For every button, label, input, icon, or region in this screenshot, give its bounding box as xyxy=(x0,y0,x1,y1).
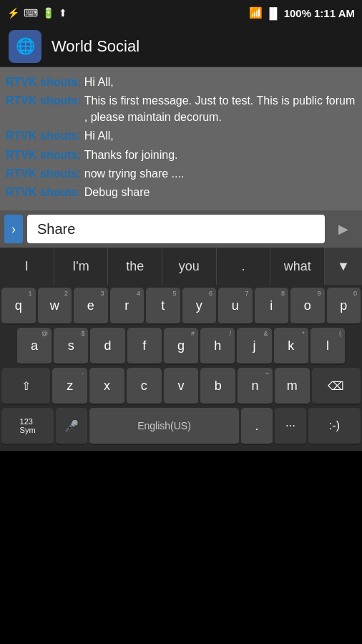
key-mic[interactable]: 🎤 xyxy=(56,408,87,445)
key-g[interactable]: #g xyxy=(164,328,198,365)
keyboard-row-3: ⇧-zxcvb~nm⌫ xyxy=(1,368,361,405)
share-placeholder: Share xyxy=(37,221,75,238)
chat-text: now trying share .... xyxy=(84,166,356,182)
suggestion-word[interactable]: what xyxy=(270,248,325,285)
key-y[interactable]: 6y xyxy=(182,288,217,325)
key-l[interactable]: (l xyxy=(310,328,345,365)
input-row: › Share ▶ xyxy=(0,210,362,248)
chat-message: RTVK shouts:This is first message. Just … xyxy=(0,92,362,127)
key-x[interactable]: x xyxy=(89,368,124,405)
keyboard-collapse-button[interactable]: ▼ xyxy=(325,248,362,285)
key-p[interactable]: 0p xyxy=(327,288,361,325)
app-icon: 🌐 xyxy=(9,30,41,63)
key-w[interactable]: 2w xyxy=(38,288,72,325)
app-title: World Social xyxy=(52,37,140,56)
keyboard-icon: ⌨ xyxy=(24,7,38,19)
keyboard-row-2: @a$sdf#g/h&j*k(l xyxy=(1,328,361,365)
keyboard-row-1: 1q2w3e4r5t6y7u8i9o0p xyxy=(1,288,361,325)
suggestion-word[interactable]: . xyxy=(217,248,271,285)
chat-message: RTVK shouts:Debug share xyxy=(0,183,362,202)
key-k[interactable]: *k xyxy=(274,328,308,365)
key-v[interactable]: v xyxy=(164,368,199,405)
key-h[interactable]: /h xyxy=(200,328,235,365)
status-bar: ⚡ ⌨ 🔋 ⬆ 📶 ▐▌ 100% 1:11 AM xyxy=(0,0,362,26)
key-b[interactable]: b xyxy=(200,368,235,405)
status-right: 📶 ▐▌ 100% 1:11 AM xyxy=(249,6,355,19)
keyboard-row-4: 123 Sym🎤English(US).⋯:-) xyxy=(1,408,361,445)
status-icons: ⚡ ⌨ 🔋 ⬆ xyxy=(7,7,67,19)
chat-text: Debug share xyxy=(84,185,356,200)
send-icon: ▶ xyxy=(338,221,348,237)
chat-text: This is first message. Just to test. Thi… xyxy=(84,93,356,125)
title-bar: 🌐 World Social xyxy=(0,26,362,67)
chat-sender: RTVK shouts: xyxy=(6,128,82,144)
key-x[interactable]: ⇧ xyxy=(1,368,50,405)
key-m[interactable]: m xyxy=(275,368,310,405)
chat-sender: RTVK shouts: xyxy=(6,166,82,182)
suggestion-word[interactable]: the xyxy=(108,248,162,285)
time: 1:11 AM xyxy=(314,7,355,19)
key-j[interactable]: &j xyxy=(237,328,271,365)
key-f[interactable]: f xyxy=(127,328,162,365)
chat-sender: RTVK shouts: xyxy=(6,185,82,200)
usb-icon: ⚡ xyxy=(7,7,19,19)
key-t[interactable]: 5t xyxy=(146,288,180,325)
chat-area: RTVK shouts:Hi All,RTVK shouts:This is f… xyxy=(0,67,362,210)
key-r[interactable]: 4r xyxy=(110,288,145,325)
suggestion-word[interactable]: I xyxy=(0,248,54,285)
key-q[interactable]: 1q xyxy=(1,288,36,325)
suggestion-bar: II'mtheyou.what▼ xyxy=(0,248,362,285)
chat-text: Thanks for joining. xyxy=(84,147,356,163)
battery-icon: 🔋 xyxy=(42,7,54,19)
globe-icon: 🌐 xyxy=(16,37,35,56)
chat-message: RTVK shouts:Hi All, xyxy=(0,73,362,92)
key-u[interactable]: 7u xyxy=(218,288,253,325)
key-smile[interactable]: :-) xyxy=(308,408,361,445)
key-d[interactable]: d xyxy=(90,328,124,365)
suggestion-word[interactable]: I'm xyxy=(54,248,109,285)
upload-icon: ⬆ xyxy=(59,7,67,19)
wifi-icon: 📶 xyxy=(249,6,263,19)
expand-icon[interactable]: › xyxy=(4,215,23,243)
share-input[interactable]: Share xyxy=(27,215,325,243)
signal-icon: ▐▌ xyxy=(265,7,280,19)
chat-text: Hi All, xyxy=(84,128,356,144)
chat-sender: RTVK shouts: xyxy=(6,147,82,163)
key-x[interactable]: ⌫ xyxy=(312,368,361,405)
key-sym[interactable]: 123 Sym xyxy=(1,408,54,445)
key-options[interactable]: ⋯ xyxy=(275,408,306,445)
keyboard: 1q2w3e4r5t6y7u8i9o0p @a$sdf#g/h&j*k(l ⇧-… xyxy=(0,285,362,451)
chat-text: Hi All, xyxy=(84,74,356,90)
key-e[interactable]: 3e xyxy=(74,288,108,325)
battery-percent: 100% xyxy=(284,7,311,19)
suggestion-word[interactable]: you xyxy=(162,248,217,285)
chat-message: RTVK shouts:Thanks for joining. xyxy=(0,146,362,165)
chat-sender: RTVK shouts: xyxy=(6,74,82,90)
send-button[interactable]: ▶ xyxy=(329,215,358,243)
key-c[interactable]: c xyxy=(127,368,162,405)
chat-sender: RTVK shouts: xyxy=(6,93,82,125)
key-s[interactable]: $s xyxy=(54,328,88,365)
key-period[interactable]: . xyxy=(241,408,273,445)
key-a[interactable]: @a xyxy=(17,328,52,365)
chat-message: RTVK shouts:Hi All, xyxy=(0,127,362,145)
key-n[interactable]: ~n xyxy=(238,368,273,405)
key-o[interactable]: 9o xyxy=(290,288,325,325)
key-space[interactable]: English(US) xyxy=(89,408,239,445)
key-i[interactable]: 8i xyxy=(255,288,289,325)
key-z[interactable]: -z xyxy=(52,368,87,405)
chat-message: RTVK shouts:now trying share .... xyxy=(0,165,362,183)
